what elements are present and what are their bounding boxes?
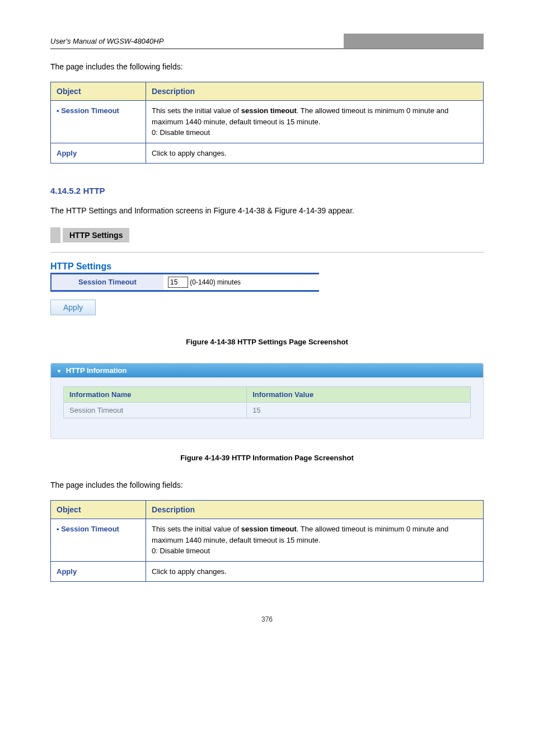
table2-header-object: Object (51, 501, 146, 519)
fields-table-1: Object Description • Session Timeout Thi… (50, 82, 484, 164)
header-rule (50, 48, 484, 49)
table1-header-object: Object (51, 82, 146, 101)
manual-title: User's Manual of WGSW-48040HP (50, 37, 344, 45)
table1-header-description: Description (146, 82, 484, 101)
page-number: 376 (50, 615, 484, 623)
section-paragraph: The HTTP Settings and Information screen… (50, 204, 484, 217)
breadcrumb: HTTP Settings (50, 227, 484, 243)
panel-title: HTTP Settings (50, 262, 484, 272)
session-timeout-range: (0-1440) minutes (190, 278, 241, 286)
table-row: Session Timeout 15 (64, 402, 471, 418)
figure-caption-1: Figure 4-14-38 HTTP Settings Page Screen… (50, 338, 484, 346)
table1-row0-object: • Session Timeout (51, 101, 146, 143)
http-information-card: ▾ HTTP Information Information Name Info… (50, 363, 484, 439)
table2-row1-object: Apply (51, 561, 146, 582)
table2-row0-desc: This sets the initial value of session t… (146, 519, 484, 562)
table1-row1-desc: Click to apply changes. (146, 143, 484, 164)
table-row: Apply Click to apply changes. (51, 561, 484, 582)
breadcrumb-label: HTTP Settings (63, 228, 129, 242)
settings-table: Session Timeout (0-1440) minutes (51, 274, 319, 290)
session-timeout-label: Session Timeout (51, 274, 163, 290)
table-row: Apply Click to apply changes. (51, 143, 484, 164)
info-card-header[interactable]: ▾ HTTP Information (51, 363, 483, 377)
figure-caption-2: Figure 4-14-39 HTTP Information Page Scr… (50, 454, 484, 462)
section-heading: 4.14.5.2 HTTP (50, 186, 484, 195)
info-table: Information Name Information Value Sessi… (63, 386, 471, 418)
info-row-value: 15 (247, 402, 471, 418)
intro-paragraph: The page includes the following fields: (50, 60, 484, 73)
caret-down-icon: ▾ (58, 368, 60, 374)
info-header-name: Information Name (64, 386, 247, 402)
info-row-name: Session Timeout (64, 402, 247, 418)
table-row: • Session Timeout This sets the initial … (51, 101, 484, 143)
table2-row1-desc: Click to apply changes. (146, 561, 484, 582)
table-row: • Session Timeout This sets the initial … (51, 519, 484, 562)
header-bar (344, 34, 484, 48)
table2-row0-object: • Session Timeout (51, 519, 146, 562)
session-timeout-input[interactable] (168, 277, 188, 288)
apply-button[interactable]: Apply (50, 300, 96, 315)
panel-rule (50, 252, 484, 253)
table1-row0-desc: This sets the initial value of session t… (146, 101, 484, 143)
table2-header-description: Description (146, 501, 484, 519)
info-card-title: HTTP Information (66, 366, 127, 375)
fields-table-2: Object Description • Session Timeout Thi… (50, 500, 484, 582)
info-header-value: Information Value (247, 386, 471, 402)
table1-row1-object: Apply (51, 143, 146, 164)
fields-paragraph-2: The page includes the following fields: (50, 479, 484, 491)
